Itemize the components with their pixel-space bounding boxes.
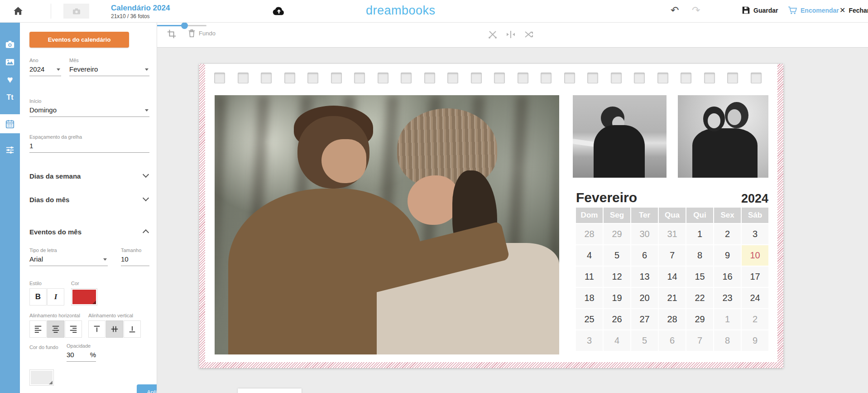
day-cell-event[interactable]: 10 [742,245,768,266]
binding-hole [447,73,458,83]
sidebar-item-adjustments[interactable] [0,141,20,159]
day-cell[interactable]: 1 [714,309,741,330]
day-cell[interactable]: 2 [714,224,741,244]
flip-horizontal-button[interactable] [505,29,516,40]
apply-button[interactable]: Aplicar [137,384,157,393]
day-cell[interactable]: 16 [714,267,741,287]
section-weekdays[interactable]: Dias da semana [29,172,151,180]
italic-button[interactable]: I [47,288,64,306]
small-photo-2[interactable] [678,95,768,178]
week-start-select[interactable]: Início Domingo [29,98,149,117]
topbar-divider [51,4,51,19]
main-photo[interactable] [215,95,559,354]
project-thumbnail[interactable] [63,4,89,19]
day-cell[interactable]: 4 [576,245,603,266]
day-cell[interactable]: 15 [686,267,713,287]
binding-hole [401,73,412,83]
sidebar-item-favorites[interactable]: ♥ [0,71,20,89]
sidebar-item-calendar[interactable] [0,114,20,133]
day-cell[interactable]: 28 [659,309,686,330]
day-cell[interactable]: 8 [686,245,713,266]
year-select[interactable]: Ano 2024 [29,58,61,76]
day-cell[interactable]: 14 [659,267,686,287]
day-cell[interactable]: 12 [604,267,630,287]
small-photo-1[interactable] [573,95,667,178]
flip-vertical-icon [487,29,498,40]
bold-button[interactable]: B [29,288,47,306]
shuffle-photos-button[interactable] [523,29,534,40]
day-cell[interactable]: 30 [631,224,658,244]
sidebar-item-images[interactable] [0,53,20,71]
day-cell[interactable]: 19 [604,288,630,308]
day-cell[interactable]: 13 [631,267,658,287]
save-button[interactable]: Guardar [742,6,778,15]
sidebar-item-photos[interactable] [0,35,20,53]
sidebar-item-text[interactable]: Tt [0,88,20,107]
cloud-upload-button[interactable] [272,5,286,16]
camera-icon [5,40,15,49]
day-cell[interactable]: 29 [686,309,713,330]
day-cell[interactable]: 5 [631,330,658,351]
day-cell[interactable]: 5 [604,245,630,266]
binding-hole [238,73,249,83]
day-cell[interactable]: 11 [576,267,603,287]
day-cell[interactable]: 22 [686,288,713,308]
year-label: Ano [29,58,61,63]
day-cell[interactable]: 6 [659,330,686,351]
redo-icon[interactable]: ↷ [692,5,700,16]
opacity-input[interactable]: Opacidade 30 % [67,343,96,362]
event-color-swatch[interactable] [71,288,97,306]
day-cell[interactable]: 9 [742,330,768,351]
day-cell[interactable]: 24 [742,288,768,308]
zoom-slider[interactable] [157,22,206,29]
zoom-slider-handle[interactable] [181,22,188,29]
day-cell[interactable]: 7 [659,245,686,266]
day-cell[interactable]: 21 [659,288,686,308]
grid-spacing-input[interactable]: Espaçamento da grelha 1 [29,134,149,153]
flip-vertical-button[interactable] [487,29,498,40]
section-monthdays[interactable]: Dias do mês [29,196,151,204]
calendar-icon [5,119,15,129]
image-icon [5,58,15,66]
day-cell[interactable]: 25 [576,309,603,330]
calendar-events-button[interactable]: Eventos do calendário [29,32,129,48]
day-cell[interactable]: 20 [631,288,658,308]
order-button[interactable]: Encomendar [788,6,839,15]
day-cell[interactable]: 9 [714,245,741,266]
day-cell[interactable]: 23 [714,288,741,308]
valign-bottom-button[interactable] [124,320,141,338]
day-cell[interactable]: 28 [576,224,603,244]
day-cell[interactable]: 3 [742,224,768,244]
delete-background-button[interactable]: Fundo [188,29,216,38]
day-cell[interactable]: 8 [714,330,741,351]
undo-icon[interactable]: ↶ [671,5,679,16]
day-cell[interactable]: 3 [576,330,603,351]
font-family-select[interactable]: Tipo de letra Arial [29,247,108,266]
day-cell[interactable]: 31 [659,224,686,244]
day-cell[interactable]: 2 [742,309,768,330]
section-month-events[interactable]: Eventos do mês [29,228,151,236]
home-button[interactable] [12,5,26,18]
day-cell[interactable]: 18 [576,288,603,308]
font-size-input[interactable]: Tamanho 10 [121,247,149,266]
day-cell[interactable]: 29 [604,224,630,244]
day-cell[interactable]: 17 [742,267,768,287]
day-cell[interactable]: 7 [686,330,713,351]
align-center-button[interactable] [47,320,64,338]
align-right-button[interactable] [65,320,82,338]
align-left-button[interactable] [29,320,47,338]
crop-button[interactable] [167,29,177,39]
day-cell[interactable]: 27 [631,309,658,330]
week-row: 3456789 [576,330,768,351]
weekday-cell: Qui [686,208,713,223]
day-cell[interactable]: 26 [604,309,630,330]
valign-top-button[interactable] [88,320,106,338]
close-button[interactable]: ✕ Fechar [839,6,868,15]
valign-middle-button[interactable] [106,320,123,338]
day-cell[interactable]: 4 [604,330,630,351]
day-cell[interactable]: 1 [686,224,713,244]
day-cell[interactable]: 6 [631,245,658,266]
next-page-preview[interactable] [238,388,302,393]
month-select[interactable]: Mês Fevereiro [69,58,149,76]
bg-color-swatch[interactable] [29,369,54,386]
